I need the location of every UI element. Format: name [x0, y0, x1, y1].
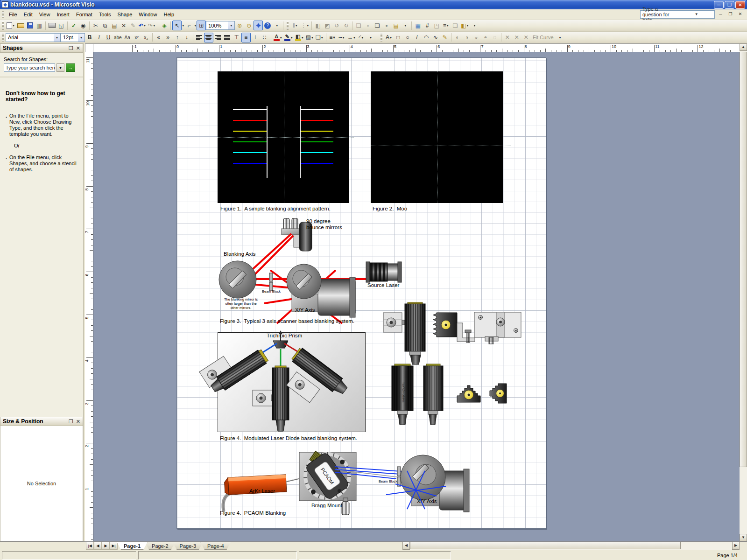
tab-page-3[interactable]: Page-3: [173, 542, 203, 550]
line-ends-button[interactable]: →▾: [346, 33, 357, 42]
rotate-left-button[interactable]: ↺: [332, 21, 341, 30]
shadow-button[interactable]: ❏▾: [315, 33, 324, 42]
beam-block-label-2[interactable]: Beam Block: [379, 479, 397, 483]
figure4b-caption[interactable]: Figure 4. PCAOM Blanking: [220, 510, 286, 516]
tab-page-4[interactable]: Page-4: [200, 542, 231, 550]
help-button[interactable]: ?: [263, 21, 272, 30]
laser-diode-module-center[interactable]: [253, 366, 289, 431]
menu-format[interactable]: Format: [73, 10, 96, 19]
loose-shape-module-plain[interactable]: [423, 364, 443, 425]
size-position-titlebar[interactable]: Size & Position ❐ ✕: [0, 417, 83, 426]
bragg-mount-label[interactable]: Bragg Mount: [311, 503, 342, 509]
loose-shape-mount-plate[interactable]: [474, 312, 521, 344]
doc-minimize-button[interactable]: ─: [717, 11, 725, 18]
rotate-picture-button[interactable]: ◳: [432, 21, 441, 30]
toolbar-options-button[interactable]: ▾: [272, 21, 282, 30]
insert-picture-button[interactable]: ▦: [413, 21, 423, 30]
beam-block-shape[interactable]: [269, 273, 273, 291]
lattice3-button[interactable]: ✕: [521, 33, 531, 42]
strikethrough-button[interactable]: abe: [113, 33, 123, 42]
format-painter-button[interactable]: ✎: [128, 21, 138, 30]
loose-shape-module-assembly[interactable]: [383, 302, 425, 364]
format-overflow-button[interactable]: ▾: [366, 33, 375, 42]
arkr-laser-label[interactable]: ArKr Laser: [249, 488, 275, 494]
title-bar[interactable]: ❖ blankdocu.vsd - Microsoft Visio ─ ❐ ✕: [0, 0, 747, 9]
doc-restore-button[interactable]: ❐: [726, 11, 734, 18]
italic-button[interactable]: I: [94, 33, 104, 42]
fragment-button[interactable]: ◒: [472, 33, 481, 42]
grid-toggle-button[interactable]: ⊞: [197, 21, 206, 30]
scroll-up-icon[interactable]: ▲: [740, 43, 747, 51]
action-overflow-button[interactable]: ▾: [401, 21, 410, 30]
horizontal-scroll-thumb[interactable]: [410, 542, 681, 549]
picture-overflow-button[interactable]: ▾: [470, 21, 479, 30]
brightness-button[interactable]: ❏: [451, 21, 460, 30]
delete-button[interactable]: ✕: [119, 21, 128, 30]
menu-tools[interactable]: Tools: [96, 10, 114, 19]
bounce-mirrors-label[interactable]: 90 degree bounce mirrors: [306, 218, 342, 231]
corner-rounding-button[interactable]: ◜▾: [357, 33, 366, 42]
intersect-button[interactable]: ◓: [481, 33, 490, 42]
align-shapes-button[interactable]: ‖▾: [290, 21, 300, 30]
zoom-dropdown-icon[interactable]: ▾: [228, 21, 234, 29]
superscript-button[interactable]: x²: [132, 33, 141, 42]
new-button[interactable]: ▾: [6, 21, 16, 30]
xy-axis-label[interactable]: X/Y Axis: [295, 307, 315, 313]
group-button[interactable]: ❏: [373, 21, 382, 30]
close-panel-icon[interactable]: ✕: [76, 419, 80, 425]
scroll-right-icon[interactable]: ▶: [732, 542, 740, 550]
prev-page-button[interactable]: ◀: [94, 542, 102, 550]
search-go-button[interactable]: →: [66, 63, 75, 72]
menu-window[interactable]: Window: [135, 10, 160, 19]
line-tool-button[interactable]: /: [412, 33, 422, 42]
action-toolbar-grip[interactable]: [287, 21, 289, 30]
menu-help[interactable]: Help: [160, 10, 177, 19]
align-right-button[interactable]: [213, 33, 223, 42]
beam-block-shape-2[interactable]: [397, 467, 401, 486]
horizontal-ruler[interactable]: -10123456789101112: [93, 43, 740, 52]
menu-file[interactable]: File: [6, 10, 21, 19]
zoom-out-button[interactable]: ⊖: [244, 21, 254, 30]
blanking-axis-galvo[interactable]: [219, 261, 256, 298]
ellipse-tool-button[interactable]: ○: [403, 33, 412, 42]
increase-spacing-button[interactable]: ↓: [182, 33, 191, 42]
pointer-tool-button[interactable]: ↖: [172, 21, 182, 30]
lattice2-button[interactable]: ✕: [512, 33, 521, 42]
freeform-tool-button[interactable]: ∿: [431, 33, 440, 42]
toolbar-grip[interactable]: [2, 21, 4, 30]
size-dropdown-icon[interactable]: ▾: [78, 34, 85, 42]
rotate-right-button[interactable]: ↻: [341, 21, 351, 30]
valign-top-button[interactable]: ⊤: [232, 33, 241, 42]
connector-tool-button[interactable]: ⌐: [184, 21, 194, 30]
fit-curve-button[interactable]: Fit Curve: [531, 35, 556, 40]
scroll-down-icon[interactable]: ▼: [740, 534, 747, 541]
increase-indent-button[interactable]: »: [163, 33, 173, 42]
flip-horizontal-button[interactable]: ◧: [313, 21, 323, 30]
bring-to-front-button[interactable]: ❏: [354, 21, 363, 30]
distribute-shapes-button[interactable]: ⋮▾: [300, 21, 310, 30]
shapes-window-button[interactable]: ◈: [160, 21, 169, 30]
fill-style-button[interactable]: ◧▾: [460, 21, 470, 30]
menu-edit[interactable]: Edit: [21, 10, 36, 19]
rectangle-tool-button[interactable]: □: [394, 33, 403, 42]
print-button[interactable]: [47, 21, 56, 30]
figure4-laser-diode-system[interactable]: [199, 330, 350, 431]
print-preview-button[interactable]: ◱: [56, 21, 66, 30]
tab-page-1[interactable]: Page-1: [117, 542, 148, 550]
subscript-button[interactable]: x₂: [141, 33, 151, 42]
flip-vertical-button[interactable]: ◩: [323, 21, 332, 30]
font-color-button[interactable]: A▾: [273, 33, 283, 42]
drawing-page[interactable]: maxYZmodules: [176, 57, 546, 529]
decrease-spacing-button[interactable]: ↑: [173, 33, 182, 42]
float-panel-icon[interactable]: ❐: [69, 419, 73, 425]
line-pattern-button[interactable]: ┅▾: [337, 33, 346, 42]
beam-block-label[interactable]: Beam Block: [262, 289, 281, 294]
tab-page-2[interactable]: Page-2: [145, 542, 175, 550]
cut-button[interactable]: ✂: [91, 21, 100, 30]
valign-middle-button[interactable]: ≡: [241, 33, 251, 42]
blanking-axis-label[interactable]: Blanking Axis: [224, 251, 255, 257]
justify-button[interactable]: [223, 33, 232, 42]
menu-insert[interactable]: Insert: [53, 10, 73, 19]
text-tool-button[interactable]: A▾: [384, 33, 394, 42]
menubar-grip[interactable]: [2, 11, 4, 18]
